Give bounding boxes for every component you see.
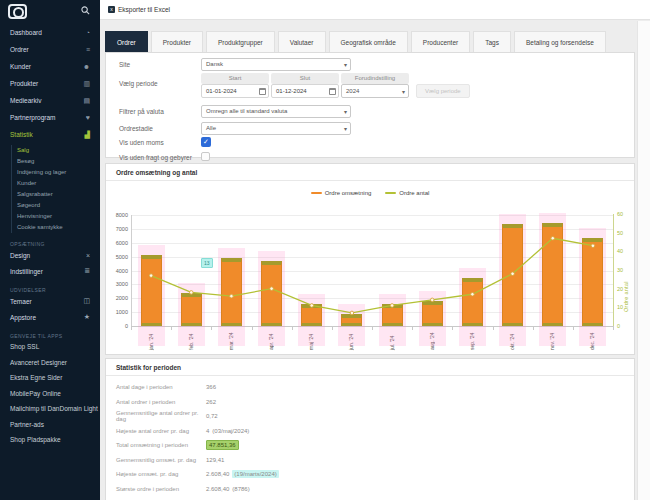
tab-produktgrupper[interactable]: Produktgrupper <box>206 31 275 52</box>
sidebar-item-mobilepay-online[interactable]: MobilePay Online <box>0 386 100 402</box>
start-date-input[interactable]: 01-01-2024 <box>201 84 269 98</box>
sidebar-item-statistik[interactable]: Statistik▟ <box>0 126 100 143</box>
bar-okt-24[interactable] <box>502 224 523 326</box>
x-axis-tick <box>171 326 172 330</box>
scrollbar[interactable] <box>637 21 650 500</box>
bar-jul-24[interactable] <box>382 304 403 326</box>
bar-sep-24[interactable] <box>462 278 483 326</box>
start-header: Start <box>201 73 269 84</box>
sidebar-item-indstillinger[interactable]: Indstillinger≣ <box>0 263 100 279</box>
site-select[interactable]: Dansk ▾ <box>201 58 351 71</box>
sidebar-item-label: Partnerprogram <box>10 114 56 121</box>
calendar-icon[interactable] <box>329 88 336 95</box>
sidebar-item-partnerprogram[interactable]: Partnerprogram♥ <box>0 109 100 126</box>
stats-title: Statistik for perioden <box>106 359 634 376</box>
orderstate-select[interactable]: Alle ▾ <box>201 122 351 135</box>
bar-mar-24[interactable] <box>221 258 242 326</box>
stat-label: Højeste antal ordrer pr. dag <box>116 428 206 434</box>
export-to-excel-button[interactable]: x Eksporter til Excel <box>108 6 170 13</box>
stat-value-main: 262 <box>206 399 216 405</box>
sidebar-item-mailchimp-til-dandomain-light[interactable]: Mailchimp til DanDomain Light <box>0 401 100 417</box>
site-select-value: Dansk <box>206 61 223 67</box>
sidebar-item-label: Design <box>10 252 30 259</box>
tab-valutaer[interactable]: Valutaer <box>278 31 326 52</box>
bar-dec-24[interactable] <box>582 238 603 326</box>
bar-feb-24[interactable] <box>181 293 202 326</box>
y-axis-tick-left: 2000 <box>106 295 128 301</box>
chart-panel: Ordre omsætning og antal Ordre omsætning… <box>105 163 635 355</box>
sidebar-item-ekstra-egne-sider[interactable]: Ekstra Egne Sider <box>0 370 100 386</box>
bar-nov-24[interactable] <box>542 223 563 326</box>
tab-tags[interactable]: Tags <box>473 31 511 52</box>
sidebar-item-produkter[interactable]: Produkter▥ <box>0 75 100 92</box>
sidebar-item-kunder[interactable]: Kunder☻ <box>0 58 100 75</box>
app-window: Dashboard◔Ordrer≡Kunder☻Produkter▥Mediea… <box>0 0 650 500</box>
y-axis-tick-right: 20 <box>617 286 623 292</box>
stat-label: Gennemsnitlig omsæt. pr. dag <box>116 457 206 463</box>
sidebar-item-label: Dashboard <box>10 29 42 36</box>
sidebar-subitem-salg[interactable]: Salg <box>12 145 100 156</box>
stat-value-main: 366 <box>206 384 216 390</box>
preset-select[interactable]: 2024 ▾ <box>341 84 409 98</box>
x-axis-tick <box>452 326 453 330</box>
sidebar-item-partner-ads[interactable]: Partner-ads <box>0 417 100 433</box>
topbar: x Eksporter til Excel <box>100 0 650 20</box>
bar-jan-24[interactable] <box>141 255 162 326</box>
y-axis-tick-right: 30 <box>617 267 623 273</box>
x-axis-tick <box>252 326 253 330</box>
orderstate-select-value: Alle <box>206 125 216 131</box>
apply-period-button[interactable]: Vælg periode <box>416 84 470 98</box>
sidebar-item-dashboard[interactable]: Dashboard◔ <box>0 24 100 41</box>
sidebar-item-appstore[interactable]: Appstore★ <box>0 309 100 325</box>
stat-label: Største ordre i perioden <box>116 486 206 492</box>
settings-sliders-icon: ≣ <box>84 267 90 275</box>
sidebar-item-mediearkiv[interactable]: Mediearkiv▤ <box>0 92 100 109</box>
currency-select[interactable]: Omregn alle til standard valuta ▾ <box>201 105 351 118</box>
bar-apr-24[interactable] <box>261 261 282 326</box>
search-icon[interactable] <box>81 6 90 15</box>
stat-label: Højeste omsæt. pr. dag <box>116 471 206 477</box>
sidebar-subitem-cookie-samtykke[interactable]: Cookie samtykke <box>12 222 100 233</box>
sidebar-submenu: SalgBesøgIndtjening og lagerKunderSalgsr… <box>11 145 100 233</box>
customers-icon: ☻ <box>83 63 90 70</box>
tab-produkter[interactable]: Produkter <box>151 31 203 52</box>
y-axis-tick-left: 4000 <box>106 268 128 274</box>
sidebar-subitem-bes-g[interactable]: Besøg <box>12 156 100 167</box>
tab-bar: OrdrerProdukterProduktgrupperValutaerGeo… <box>105 31 606 52</box>
stat-value-main: 2.608,40 <box>206 471 229 477</box>
sidebar-subitem-s-geord[interactable]: Søgeord <box>12 200 100 211</box>
x-axis-tick <box>211 326 212 330</box>
end-date-input[interactable]: 01-12-2024 <box>271 84 339 98</box>
shipping-checkbox[interactable] <box>201 152 210 161</box>
stat-label: Gennemsnitlige antal ordrer pr. dag <box>116 410 206 422</box>
sidebar-item-design[interactable]: Design× <box>0 247 100 263</box>
sidebar-item-temaer[interactable]: Temaer◫ <box>0 293 100 309</box>
currency-select-value: Omregn alle til standard valuta <box>206 108 287 114</box>
sidebar-subitem-salgsrabatter[interactable]: Salgsrabatter <box>12 189 100 200</box>
sidebar-subitem-kunder[interactable]: Kunder <box>12 178 100 189</box>
legend-swatch <box>385 192 396 195</box>
bar-aug-24[interactable] <box>422 301 443 326</box>
stat-row: Antal dage i perioden366 <box>106 380 634 395</box>
sidebar-item-ordrer[interactable]: Ordrer≡ <box>0 41 100 58</box>
tab-producenter[interactable]: Producenter <box>411 31 470 52</box>
calendar-icon[interactable] <box>259 88 266 95</box>
vat-checkbox[interactable]: ✓ <box>201 137 211 147</box>
sidebar-item-shop-pladspakke[interactable]: Shop Pladspakke <box>0 432 100 448</box>
stat-label: Total omsætning i perioden <box>116 442 206 448</box>
tab-betaling-og-forsendelse[interactable]: Betaling og forsendelse <box>514 31 606 52</box>
tab-geografisk-omr-de[interactable]: Geografisk område <box>329 31 408 52</box>
sidebar-subitem-indtjening-og-lager[interactable]: Indtjening og lager <box>12 167 100 178</box>
tab-ordrer[interactable]: Ordrer <box>105 31 148 52</box>
bar-maj-24[interactable] <box>301 304 322 326</box>
preset-select-value: 2024 <box>346 88 359 94</box>
sidebar-subitem-henvisninger[interactable]: Henvisninger <box>12 211 100 222</box>
x-axis-tick <box>292 326 293 330</box>
sidebar-item-shop-ssl[interactable]: Shop SSL <box>0 339 100 355</box>
bar-jun-24[interactable] <box>341 314 362 326</box>
export-label: Eksporter til Excel <box>118 6 170 13</box>
y-axis-tick-left: 1000 <box>106 309 128 315</box>
x-axis-tick <box>131 326 132 330</box>
stat-value: 0,72 <box>206 413 218 419</box>
sidebar-item-avanceret-designer[interactable]: Avanceret Designer <box>0 355 100 371</box>
